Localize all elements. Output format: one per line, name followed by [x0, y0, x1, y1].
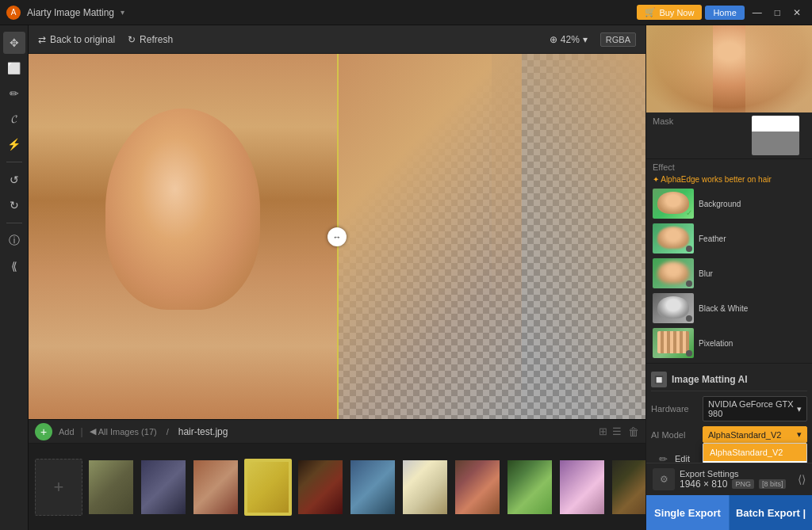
maximize-button[interactable]: □	[770, 6, 785, 20]
preview-image	[646, 25, 812, 112]
thumbnail-3[interactable]	[192, 459, 239, 516]
collapse-icon: ⟪	[11, 260, 17, 273]
export-collapse-icon[interactable]: ⟨⟩	[798, 473, 806, 486]
effect-bw-label: Black & White	[699, 304, 748, 313]
zoom-icon: ⊕	[550, 34, 557, 45]
eraser-icon: ⬜	[7, 62, 21, 74]
hardware-row: Hardware NVIDIA GeForce GTX 980 ▾	[651, 396, 807, 421]
zoom-dropdown-icon[interactable]: ▾	[583, 34, 588, 45]
export-bits-badge: [8 bits]	[759, 479, 787, 489]
thumbnail-7[interactable]	[401, 459, 449, 516]
refresh-button[interactable]: ↻ Refresh	[128, 34, 173, 45]
wand-tool-button[interactable]: ⚡	[3, 133, 25, 155]
thumbnail-10[interactable]	[558, 459, 606, 516]
wand-icon: ⚡	[7, 138, 21, 151]
info-button[interactable]: ⓘ	[3, 230, 25, 252]
split-handle[interactable]: ↔	[327, 227, 347, 246]
thumbnail-1[interactable]	[87, 459, 135, 516]
mask-label: Mask	[653, 116, 673, 126]
toolbar-divider-1	[6, 162, 22, 162]
matting-tool-icon: 🔲	[654, 376, 664, 384]
effect-list: ✓ Background Feather	[653, 187, 806, 360]
effect-pixelation[interactable]: Pixelation	[653, 326, 806, 360]
export-dimensions: 1946 × 810	[680, 479, 727, 490]
settings-panel: 🔲 Image Matting AI Hardware NVIDIA GeFor…	[646, 364, 812, 463]
ai-option-alphastandard[interactable]: AlphaStandard_V2	[703, 444, 806, 461]
add-label-button[interactable]: Add	[59, 427, 75, 437]
home-button[interactable]: Home	[705, 6, 744, 20]
thumbnail-6[interactable]	[349, 459, 396, 516]
effect-bw[interactable]: Black & White	[653, 292, 806, 325]
effect-feather[interactable]: Feather	[653, 222, 806, 255]
gear-icon: ⚙	[660, 474, 668, 485]
buy-now-button[interactable]: 🛒 Buy Now	[637, 5, 702, 20]
delete-image-button[interactable]: 🗑	[628, 425, 639, 438]
matting-title: Image Matting AI	[672, 374, 748, 385]
effect-blur-label: Blur	[699, 269, 713, 278]
lasso-tool-button[interactable]: 𝓒	[3, 108, 25, 130]
effect-feather-label: Feather	[699, 234, 726, 243]
lasso-icon: 𝓒	[11, 112, 17, 126]
ai-hint: ✦ AlphaEdge works better on hair	[653, 175, 806, 184]
effect-feather-thumb	[653, 223, 694, 254]
title-dropdown-icon[interactable]: ▾	[121, 8, 124, 17]
right-panel: Mask Effect ✦ AlphaEdge works better on …	[645, 25, 812, 530]
add-thumbnail-button[interactable]: +	[35, 459, 82, 516]
app-title: Aiarty Image Matting	[27, 7, 114, 18]
info-icon: ⓘ	[9, 234, 20, 248]
rgba-badge[interactable]: RGBA	[600, 32, 636, 47]
export-area: ⚙ Export Settings 1946 × 810 PNG [8 bits…	[646, 463, 812, 530]
single-export-button[interactable]: Single Export	[646, 495, 729, 530]
brush-tool-button[interactable]: ✏	[3, 82, 25, 105]
close-button[interactable]: ✕	[788, 6, 806, 20]
thumbnail-11[interactable]	[611, 459, 645, 516]
export-settings-text: Export Settings 1946 × 810 PNG [8 bits]	[680, 469, 793, 490]
strip-list-icon[interactable]: ☰	[612, 425, 622, 437]
move-tool-button[interactable]: ✥	[3, 32, 25, 54]
main-layout: ✥ ⬜ ✏ 𝓒 ⚡ ↺ ↻ ⓘ ⟪ ⇄	[0, 25, 812, 530]
thumbnail-2[interactable]	[140, 459, 187, 516]
effect-pixelation-label: Pixelation	[699, 339, 733, 348]
titlebar: A Aiarty Image Matting ▾ 🛒 Buy Now Home …	[0, 0, 812, 25]
eraser-tool-button[interactable]: ⬜	[3, 57, 25, 79]
toolbar-divider-2	[6, 223, 22, 223]
app-icon: A	[6, 6, 21, 20]
mask-thumbnail	[752, 116, 799, 155]
export-settings-title: Export Settings	[680, 469, 793, 479]
split-arrows-icon: ↔	[333, 232, 342, 242]
preview-area	[646, 25, 812, 112]
canvas-area[interactable]: ↔	[29, 54, 645, 419]
strip-grid-icon[interactable]: ⊞	[599, 425, 607, 437]
all-images-button[interactable]: ◀ All Images (17)	[90, 426, 157, 437]
ai-model-trigger[interactable]: AlphaStandard_V2 ▾	[703, 426, 807, 443]
effect-background[interactable]: ✓ Background	[653, 187, 806, 220]
left-toolbar: ✥ ⬜ ✏ 𝓒 ⚡ ↺ ↻ ⓘ ⟪	[0, 25, 29, 530]
titlebar-left: A Aiarty Image Matting ▾	[6, 6, 124, 20]
effect-background-thumb: ✓	[653, 189, 694, 219]
canvas-transparent-half	[337, 54, 645, 419]
effect-blur[interactable]: Blur	[653, 257, 806, 290]
collapse-button[interactable]: ⟪	[3, 255, 25, 277]
ai-model-label: AI Model	[651, 430, 703, 440]
export-settings-icon: ⚙	[653, 468, 675, 490]
batch-export-button[interactable]: Batch Export |	[729, 495, 812, 530]
back-to-original-button[interactable]: ⇄ Back to original	[38, 34, 115, 45]
thumbnail-4-active[interactable]	[244, 459, 292, 516]
export-settings: ⚙ Export Settings 1946 × 810 PNG [8 bits…	[646, 463, 812, 495]
thumbnail-9[interactable]	[506, 459, 553, 516]
add-image-button[interactable]: +	[35, 423, 52, 440]
thumbnails-list: +	[29, 444, 645, 530]
ai-option-alphaedge[interactable]: AlphaEdge_V2	[703, 461, 806, 463]
minimize-button[interactable]: —	[748, 6, 767, 20]
ai-model-dropdown: AlphaStandard_V2 AlphaEdge_V2 EdgeClear_…	[703, 443, 807, 463]
export-buttons: Single Export Batch Export |	[646, 495, 812, 530]
hardware-select[interactable]: NVIDIA GeForce GTX 980 ▾	[703, 396, 807, 421]
effect-inactive-dot	[686, 350, 692, 357]
titlebar-controls: 🛒 Buy Now Home — □ ✕	[637, 5, 806, 20]
cart-icon: 🛒	[645, 7, 656, 17]
thumbnail-8[interactable]	[454, 459, 501, 516]
thumbnail-5[interactable]	[297, 459, 344, 516]
back-arrow-icon: ◀	[90, 426, 96, 437]
undo-button[interactable]: ↺	[3, 169, 25, 191]
redo-button[interactable]: ↻	[3, 194, 25, 216]
